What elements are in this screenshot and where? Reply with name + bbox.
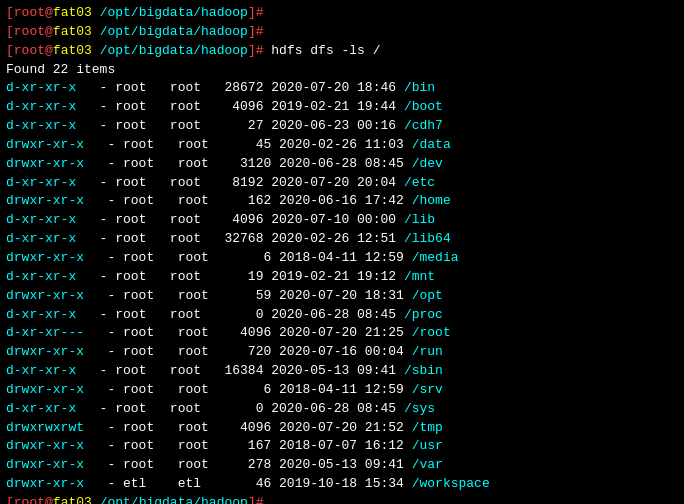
terminal-line: d-xr-xr-x - root root 28672 2020-07-20 1… [6, 79, 678, 98]
terminal-line: drwxr-xr-x - root root 167 2018-07-07 16… [6, 437, 678, 456]
terminal-line: d-xr-xr-x - root root 4096 2020-07-10 00… [6, 211, 678, 230]
terminal-line: d-xr-xr--- - root root 4096 2020-07-20 2… [6, 324, 678, 343]
terminal-line: d-xr-xr-x - root root 0 2020-06-28 08:45… [6, 400, 678, 419]
terminal-line: drwxrwxrwt - root root 4096 2020-07-20 2… [6, 419, 678, 438]
terminal-line: [root@fat03 /opt/bigdata/hadoop]# [6, 4, 678, 23]
terminal-line: d-xr-xr-x - root root 32768 2020-02-26 1… [6, 230, 678, 249]
terminal-line: d-xr-xr-x - root root 16384 2020-05-13 0… [6, 362, 678, 381]
terminal-line: d-xr-xr-x - root root 4096 2019-02-21 19… [6, 98, 678, 117]
terminal: [root@fat03 /opt/bigdata/hadoop]#[root@f… [0, 0, 684, 504]
terminal-line: drwxr-xr-x - root root 278 2020-05-13 09… [6, 456, 678, 475]
terminal-line: [root@fat03 /opt/bigdata/hadoop]# [6, 23, 678, 42]
terminal-line: drwxr-xr-x - root root 720 2020-07-16 00… [6, 343, 678, 362]
terminal-line: d-xr-xr-x - root root 8192 2020-07-20 20… [6, 174, 678, 193]
terminal-line: d-xr-xr-x - root root 0 2020-06-28 08:45… [6, 306, 678, 325]
terminal-line: d-xr-xr-x - root root 19 2019-02-21 19:1… [6, 268, 678, 287]
terminal-line: d-xr-xr-x - root root 27 2020-06-23 00:1… [6, 117, 678, 136]
terminal-line: drwxr-xr-x - root root 6 2018-04-11 12:5… [6, 381, 678, 400]
terminal-line: [root@fat03 /opt/bigdata/hadoop]# [6, 494, 678, 504]
terminal-line: [root@fat03 /opt/bigdata/hadoop]# hdfs d… [6, 42, 678, 61]
terminal-line: drwxr-xr-x - root root 3120 2020-06-28 0… [6, 155, 678, 174]
terminal-line: drwxr-xr-x - root root 45 2020-02-26 11:… [6, 136, 678, 155]
terminal-line: drwxr-xr-x - etl etl 46 2019-10-18 15:34… [6, 475, 678, 494]
terminal-line: drwxr-xr-x - root root 6 2018-04-11 12:5… [6, 249, 678, 268]
terminal-line: Found 22 items [6, 61, 678, 80]
terminal-line: drwxr-xr-x - root root 59 2020-07-20 18:… [6, 287, 678, 306]
terminal-line: drwxr-xr-x - root root 162 2020-06-16 17… [6, 192, 678, 211]
